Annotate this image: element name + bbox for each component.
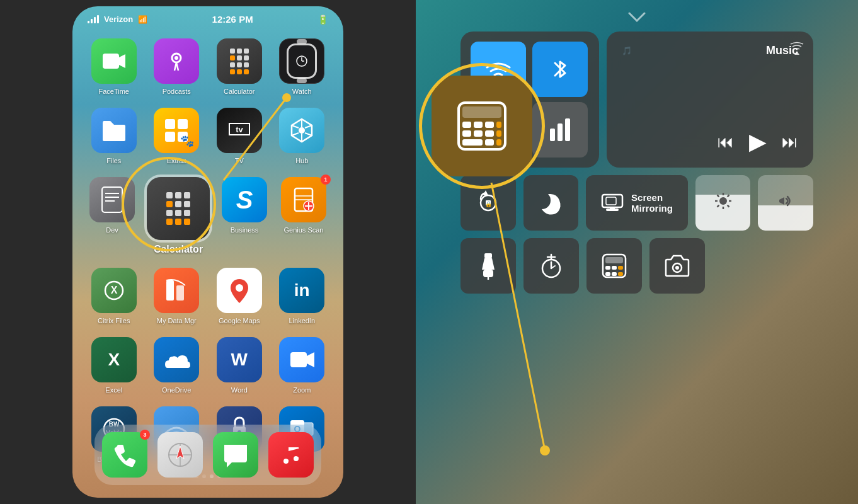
app-grid-row3: Dev [72,171,343,261]
dock-safari[interactable] [157,432,203,478]
svg-rect-77 [606,197,616,205]
watch-icon [279,38,324,84]
app-facetime[interactable]: FaceTime [88,38,140,95]
svg-point-13 [299,127,305,134]
status-time: 12:26 PM [212,14,253,25]
app-onedrive[interactable]: OneDrive [151,337,203,394]
svg-text:🔒: 🔒 [484,200,492,208]
right-panel: 🎵 Music ⏮ ▶ ⏭ [416,0,858,504]
facetime-icon [91,38,137,84]
app-grid-row4: X Citrix Files My Data Mgr [72,261,343,331]
svg-point-106 [540,445,550,455]
cc-music-next[interactable]: ⏭ [782,132,798,152]
svg-rect-99 [612,266,617,270]
mydata-icon [154,268,199,313]
podcasts-icon [154,38,199,84]
mydata-label: My Data Mgr [157,317,197,324]
svg-rect-9 [165,132,175,142]
dock-phone[interactable]: 3 [102,432,147,478]
tv-label: TV [235,157,244,164]
large-calc-container [432,76,532,176]
facetime-label: FaceTime [99,88,130,95]
app-dev[interactable]: Dev [88,177,137,255]
svg-rect-66 [550,129,555,141]
app-skype[interactable]: S Business [220,177,269,255]
geniusscan-icon [281,177,326,222]
signal-bar-4 [97,15,99,23]
app-gmaps[interactable]: Google Maps [213,268,266,324]
cc-camera-tile[interactable] [649,238,705,294]
dev-icon [89,177,135,222]
svg-rect-98 [605,266,610,270]
onedrive-icon [154,337,199,382]
dock-messages[interactable] [213,432,258,478]
svg-marker-69 [794,51,799,55]
cc-brightness-slider[interactable] [695,175,751,231]
app-watch[interactable]: Watch [276,38,329,95]
svg-marker-1 [119,54,125,68]
cc-airplay[interactable] [789,40,804,58]
svg-point-34 [236,284,243,292]
svg-rect-103 [618,272,623,276]
app-zoom[interactable]: Zoom [276,337,329,394]
app-extras[interactable]: 🐾 Extras [151,108,203,164]
dev-label: Dev [106,226,118,234]
svg-point-78 [719,197,727,205]
watch-label: Watch [292,88,312,95]
app-files[interactable]: Files [88,108,140,164]
cc-screenmirror-label: ScreenMirroring [631,192,673,214]
app-podcasts[interactable]: Podcasts [151,38,203,95]
app-excel[interactable]: X Excel [88,337,140,394]
svg-rect-32 [166,280,174,301]
svg-text:X: X [110,285,117,295]
cc-music-controls: ⏮ ▶ ⏭ [622,129,798,155]
word-icon: W [217,337,262,382]
extras-icon: 🐾 [154,108,199,153]
cc-screenmirror-tile[interactable]: ScreenMirroring [586,175,688,231]
app-word[interactable]: W Word [213,337,266,394]
svg-line-83 [717,195,719,197]
excel-label: Excel [105,386,122,394]
cc-dnd-tile[interactable] [523,175,579,231]
citrix-icon: X [91,268,137,313]
cc-calculator-tile[interactable] [586,238,642,294]
svg-line-84 [727,205,729,207]
watch-face-inner [287,43,317,79]
svg-marker-87 [779,197,784,205]
app-calculator[interactable]: Calculator [213,38,266,95]
svg-rect-0 [103,54,119,69]
skype-label: Business [231,226,259,234]
cc-music-play[interactable]: ▶ [749,129,767,155]
app-hub[interactable]: Hub [276,108,329,164]
svg-rect-20 [102,187,122,212]
cc-timer-tile[interactable] [523,238,579,294]
app-calculator-highlighted[interactable]: Calculator [147,177,210,255]
status-bar: Verizon 📶 12:26 PM 🔋 [72,6,343,30]
skype-icon: S [222,177,267,222]
app-citrix[interactable]: X Citrix Files [88,268,140,324]
svg-rect-89 [483,270,493,277]
svg-rect-35 [290,352,307,367]
svg-rect-100 [618,266,623,270]
dock-music[interactable] [268,432,314,478]
app-geniusscan[interactable]: 1 Genius Scan [279,177,328,255]
signal-bar-2 [91,19,93,23]
cc-flashlight-tile[interactable] [460,238,516,294]
phone-screen: Verizon 📶 12:26 PM 🔋 FaceTime [72,6,343,498]
svg-rect-102 [612,272,617,276]
app-linkedin[interactable]: in LinkedIn [276,268,329,324]
app-tv[interactable]: tv TV [213,108,266,164]
gmaps-label: Google Maps [219,317,260,324]
svg-line-85 [727,195,729,197]
cc-bluetooth-tile[interactable] [532,42,588,97]
svg-rect-33 [176,285,184,301]
app-mydata[interactable]: My Data Mgr [151,268,203,324]
left-panel: Verizon 📶 12:26 PM 🔋 FaceTime [0,0,416,504]
hub-icon [279,108,324,153]
linkedin-label: LinkedIn [289,317,315,324]
svg-rect-68 [565,118,570,141]
cc-music-panel: 🎵 Music ⏮ ▶ ⏭ [607,32,813,168]
cc-volume-slider[interactable] [758,175,813,231]
cc-music-prev[interactable]: ⏮ [718,132,734,152]
tv-icon: tv [217,108,262,153]
